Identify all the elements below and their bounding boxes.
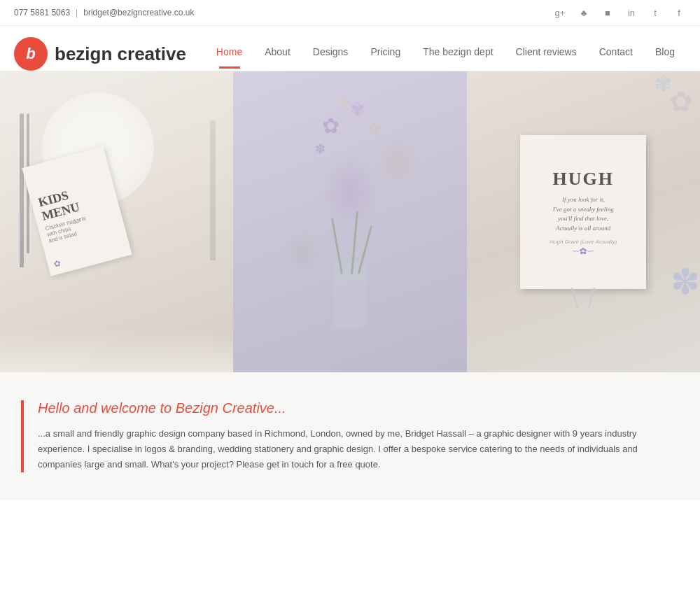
- easel: [520, 288, 646, 309]
- nav-contact[interactable]: Contact: [588, 39, 644, 69]
- fork-tine-1: [20, 113, 24, 267]
- nav-designs[interactable]: Designs: [302, 39, 360, 69]
- header: b bezign creative Home About Designs Pri…: [0, 26, 700, 71]
- welcome-title: Hello and welcome to Bezign Creative...: [38, 400, 679, 416]
- hero-section: KIDSMENU Chicken nuggetswith chipsand a …: [0, 71, 700, 372]
- flowers-sim: ✿ ✾ ✿ ✽ ✾: [233, 71, 466, 372]
- rss-icon[interactable]: ■: [601, 6, 615, 20]
- place-card-name: HUGH: [553, 169, 614, 190]
- social-icons: g+ ♣ ■ in t f: [553, 6, 686, 20]
- easel-leg-right: [589, 288, 596, 308]
- nav-client-reviews[interactable]: Client reviews: [505, 39, 588, 69]
- pinterest-icon[interactable]: ♣: [577, 6, 591, 20]
- logo-letter: b: [26, 45, 35, 63]
- nav-pricing[interactable]: Pricing: [359, 39, 412, 69]
- menu-card-decoration: ✿: [52, 258, 62, 269]
- hero-image-middle: ✿ ✾ ✿ ✽ ✾: [233, 71, 466, 372]
- nav-about[interactable]: About: [253, 39, 302, 69]
- linkedin-icon[interactable]: in: [624, 6, 638, 20]
- hero-panel-left: KIDSMENU Chicken nuggetswith chipsand a …: [0, 71, 233, 372]
- panel-overlay: [233, 71, 466, 372]
- email-address: bridget@bezigncreative.co.uk: [83, 8, 194, 17]
- nav-bezign-dept[interactable]: The bezign dept: [412, 39, 504, 69]
- logo-text: bezign creative: [55, 43, 186, 65]
- place-card: HUGH If you look for it, I've got a snea…: [520, 135, 646, 289]
- place-card-container: HUGH If you look for it, I've got a snea…: [520, 135, 646, 309]
- google-plus-icon[interactable]: g+: [553, 6, 567, 20]
- table-bg: [0, 330, 233, 372]
- main-nav: Home About Designs Pricing The bezign de…: [205, 39, 686, 69]
- facebook-icon[interactable]: f: [672, 6, 686, 20]
- hero-panel-right: ✿ ✾ ✽ HUGH If you look for it, I've got …: [467, 71, 700, 372]
- bg-flower-right-2: ✾: [654, 71, 672, 96]
- welcome-inner: Hello and welcome to Bezign Creative... …: [21, 400, 679, 472]
- top-bar: 077 5881 5063 | bridget@bezigncreative.c…: [0, 0, 700, 26]
- separator: |: [76, 8, 78, 17]
- contact-info: 077 5881 5063 | bridget@bezigncreative.c…: [14, 8, 195, 17]
- logo[interactable]: b bezign creative: [14, 37, 186, 71]
- twitter-icon[interactable]: t: [648, 6, 662, 20]
- place-card-quote: If you look for it, I've got a sneaky fe…: [553, 195, 614, 233]
- hero-image-left: KIDSMENU Chicken nuggetswith chipsand a …: [0, 71, 233, 372]
- phone-number: 077 5881 5063: [14, 8, 70, 17]
- place-card-botanical: 〰✿〰: [573, 248, 594, 255]
- welcome-section: Hello and welcome to Bezign Creative... …: [0, 372, 700, 500]
- welcome-text: ...a small and friendly graphic design c…: [38, 426, 654, 472]
- logo-icon: b: [14, 37, 48, 71]
- bg-flower-right-3: ✽: [671, 262, 700, 302]
- knife-sim: [210, 120, 216, 260]
- place-card-attribution: Hugh Grant (Love Actually): [550, 239, 617, 245]
- hero-image-right: ✿ ✾ ✽ HUGH If you look for it, I've got …: [467, 71, 700, 372]
- hero-panel-middle: ✿ ✾ ✿ ✽ ✾: [233, 71, 466, 372]
- bg-flower-right-1: ✿: [669, 85, 693, 118]
- nav-blog[interactable]: Blog: [644, 39, 686, 69]
- easel-leg-left: [571, 288, 578, 308]
- nav-home[interactable]: Home: [205, 39, 253, 69]
